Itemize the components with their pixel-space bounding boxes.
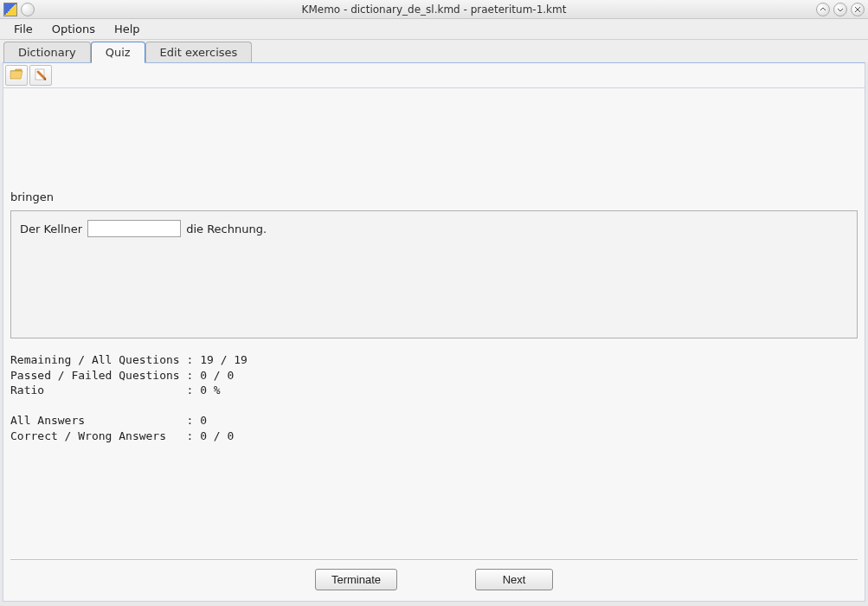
maximize-button[interactable] bbox=[833, 3, 847, 16]
menu-options[interactable]: Options bbox=[43, 20, 104, 38]
next-button[interactable]: Next bbox=[475, 569, 553, 590]
terminate-button[interactable]: Terminate bbox=[315, 569, 397, 590]
window-title: KMemo - dictionary_de_sl.kmd - praeterit… bbox=[0, 3, 868, 16]
window-titlebar: KMemo - dictionary_de_sl.kmd - praeterit… bbox=[0, 0, 868, 19]
tab-bar: Dictionary Quiz Edit exercises bbox=[0, 40, 868, 62]
edit-button[interactable] bbox=[29, 65, 52, 86]
app-icon bbox=[3, 3, 17, 16]
open-folder-icon bbox=[10, 68, 23, 83]
tab-dictionary[interactable]: Dictionary bbox=[3, 42, 91, 62]
menu-bar: File Options Help bbox=[0, 19, 868, 40]
close-button[interactable] bbox=[851, 3, 865, 16]
question-box: Der Kellner die Rechnung. bbox=[10, 210, 858, 338]
answer-input[interactable] bbox=[87, 220, 181, 237]
stats-line: Ratio : 0 % bbox=[10, 384, 221, 396]
stats-block: Remaining / All Questions : 19 / 19 Pass… bbox=[10, 352, 858, 443]
quiz-panel: bringen Der Kellner die Rechnung. Remain… bbox=[3, 88, 865, 602]
sentence-after: die Rechnung. bbox=[186, 222, 267, 235]
stats-line: Remaining / All Questions : 19 / 19 bbox=[10, 353, 248, 366]
pin-window-icon[interactable] bbox=[21, 3, 35, 16]
menu-file[interactable]: File bbox=[5, 20, 42, 38]
quiz-prompt-word: bringen bbox=[10, 190, 858, 203]
minimize-button[interactable] bbox=[816, 3, 830, 16]
menu-help[interactable]: Help bbox=[106, 20, 149, 38]
edit-pencil-icon bbox=[34, 68, 48, 84]
stats-line: Passed / Failed Questions : 0 / 0 bbox=[10, 369, 234, 382]
tab-quiz[interactable]: Quiz bbox=[91, 42, 145, 63]
button-row: Terminate Next bbox=[10, 560, 858, 594]
open-button[interactable] bbox=[5, 65, 28, 86]
sentence-before: Der Kellner bbox=[20, 222, 82, 235]
tab-edit-exercises[interactable]: Edit exercises bbox=[145, 42, 253, 62]
stats-line: Correct / Wrong Answers : 0 / 0 bbox=[10, 429, 234, 442]
stats-line: All Answers : 0 bbox=[10, 414, 207, 427]
quiz-toolbar bbox=[3, 62, 865, 88]
